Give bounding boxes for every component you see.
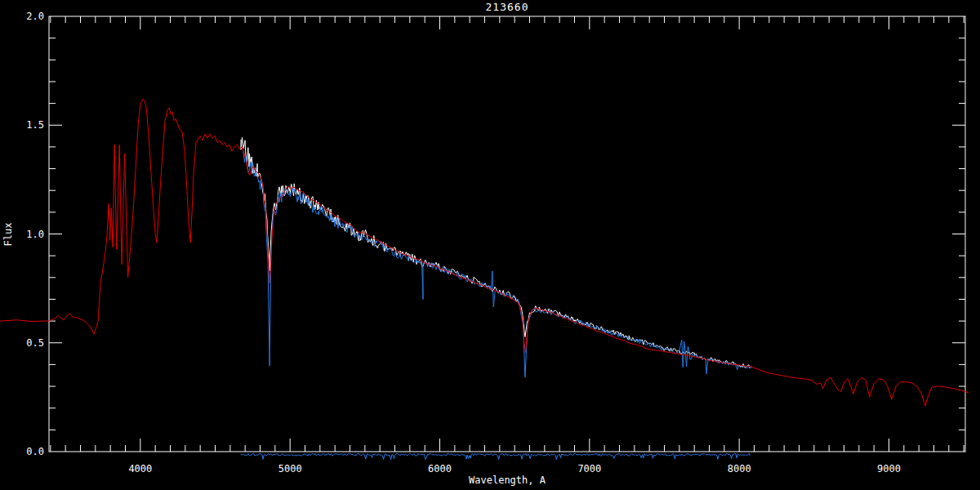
x-tick-label: 9000 (877, 463, 901, 474)
x-axis-label: Wavelength, A (469, 474, 546, 486)
x-tick-label: 8000 (728, 463, 751, 474)
y-tick-label: 2.0 (26, 11, 44, 22)
x-tick-label: 4000 (128, 463, 152, 474)
plot-title: 213660 (486, 1, 529, 13)
y-axis-label: Flux (2, 223, 14, 247)
x-tick-label: 5000 (278, 463, 302, 474)
plot-window: 4000500060007000800090000.00.51.01.52.0 … (0, 0, 980, 490)
y-tick-label: 1.5 (26, 119, 44, 131)
y-tick-label: 0.5 (26, 337, 44, 349)
x-tick-label: 6000 (428, 463, 452, 474)
x-tick-label: 7000 (577, 463, 601, 474)
spectrum-chart: 4000500060007000800090000.00.51.01.52.0 … (0, 0, 980, 490)
y-tick-label: 0.0 (26, 446, 44, 457)
y-tick-label: 1.0 (26, 229, 44, 240)
chart-background (0, 0, 980, 490)
